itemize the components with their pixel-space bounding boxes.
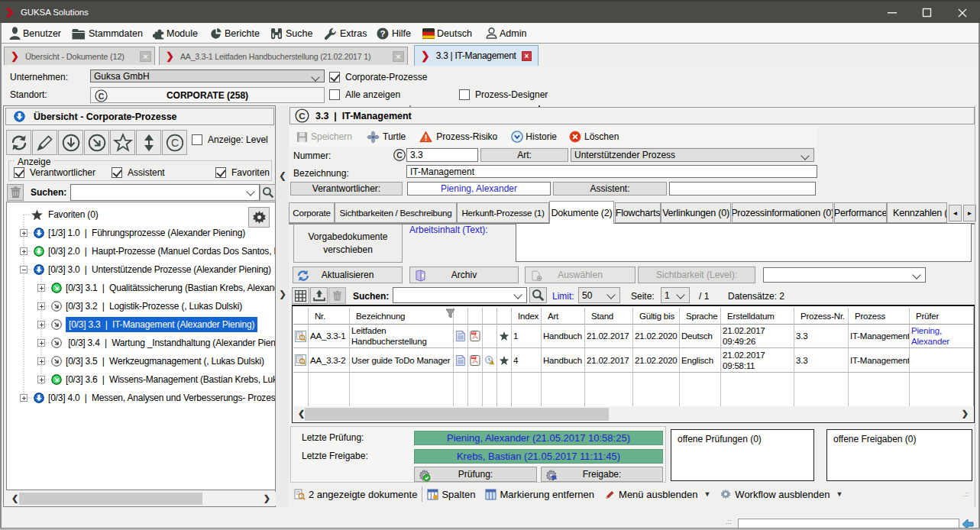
svg-text:C: C <box>170 137 178 149</box>
svg-text:C: C <box>99 92 105 101</box>
svg-text:PDF: PDF <box>472 331 477 334</box>
svg-text:C: C <box>396 151 403 160</box>
svg-text:C: C <box>299 111 306 121</box>
svg-text:PDF: PDF <box>472 356 477 359</box>
svg-text:?: ? <box>380 29 385 38</box>
